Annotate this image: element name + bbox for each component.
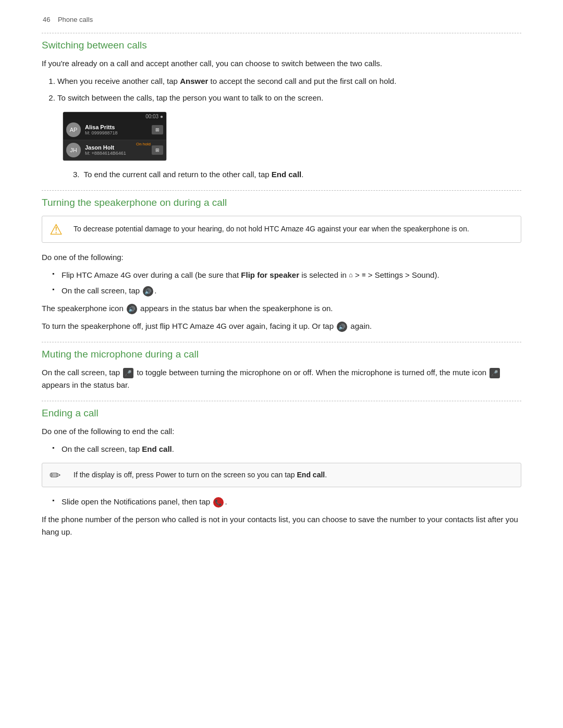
- flip-speaker-bold: Flip for speaker: [241, 270, 299, 279]
- ending-bullets-2: Slide open the Notifications panel, then…: [52, 496, 521, 508]
- speakerphone-bullets: Flip HTC Amaze 4G over during a call (be…: [52, 269, 521, 297]
- step-1-bold: Answer: [180, 77, 208, 85]
- warning-box: ⚠ To decrease potential damage to your h…: [42, 216, 521, 243]
- caller1-action-icon: ⊞: [155, 127, 160, 132]
- phone-screen-inner: 00:03 ● AP Alisa Pritts M: 0999988718 ⊞ …: [63, 112, 166, 161]
- step-3-list: 3.To end the current call and return to …: [57, 168, 521, 181]
- end-call-bold-note: End call: [297, 471, 325, 479]
- note-text: If the display is off, press Power to tu…: [74, 470, 512, 481]
- end-call-icon: 📞: [213, 497, 224, 508]
- section-title-switching: Switching between calls: [42, 38, 521, 51]
- section-title-muting: Muting the microphone during a call: [42, 347, 521, 360]
- caller1-number: M: 0999988718: [85, 130, 150, 135]
- step-1: When you receive another call, tap Answe…: [57, 75, 521, 88]
- end-call-bold-1: End call: [142, 445, 172, 453]
- section-title-speakerphone: Turning the speakerphone on during a cal…: [42, 195, 521, 208]
- caller2-action: ⊞: [152, 145, 163, 155]
- speakerphone-off-icon: 🔊: [337, 322, 347, 332]
- section-divider-2: [42, 190, 521, 191]
- home-icon: ⌂: [349, 270, 353, 281]
- warning-icon: ⚠: [50, 220, 63, 238]
- menu-icon: ≡: [362, 270, 366, 281]
- section-divider-1: [42, 33, 521, 33]
- step-3-bold: End call: [272, 170, 302, 179]
- page-number: 46: [43, 16, 50, 23]
- caller1-action: ⊞: [152, 125, 163, 134]
- ending-bullets: On the call screen, tap End call.: [52, 443, 521, 455]
- speakerphone-followup2: To turn the speakerphone off, just flip …: [42, 320, 521, 332]
- phone-screen-mockup: 00:03 ● AP Alisa Pritts M: 0999988718 ⊞ …: [63, 112, 167, 161]
- caller1-name: Alisa Pritts: [85, 124, 150, 130]
- caller2-action-icon: ⊞: [155, 147, 160, 153]
- mute-icon: 🎤: [123, 368, 133, 378]
- ending-footer: If the phone number of the person who ca…: [42, 513, 521, 538]
- section-divider-4: [42, 401, 521, 401]
- switching-intro: If you're already on a call and accept a…: [42, 57, 521, 70]
- section-title-ending: Ending a call: [42, 405, 521, 419]
- call-timer: 00:03 ●: [63, 112, 166, 120]
- caller1-avatar: AP: [66, 122, 81, 137]
- muting-text: On the call screen, tap 🎤 to toggle betw…: [42, 366, 521, 391]
- ending-bullet-2: Slide open the Notifications panel, then…: [52, 496, 521, 508]
- caller2-number: M: +8884614B6461: [85, 151, 150, 156]
- ending-bullet-1: On the call screen, tap End call.: [52, 443, 521, 455]
- step-2: To switch between the calls, tap the per…: [57, 92, 521, 104]
- note-box: ✏ If the display is off, press Power to …: [42, 463, 521, 488]
- mute-status-icon: 🎤: [489, 368, 500, 378]
- speakerphone-followup1: The speakerphone icon 🔊 appears in the s…: [42, 302, 521, 315]
- switching-steps: When you receive another call, tap Answe…: [57, 75, 521, 104]
- note-icon: ✏: [50, 467, 61, 483]
- caller1-info: Alisa Pritts M: 0999988718: [85, 124, 150, 135]
- speakerphone-bullet-1: Flip HTC Amaze 4G over during a call (be…: [52, 269, 521, 281]
- call-row-1: AP Alisa Pritts M: 0999988718 ⊞: [63, 120, 166, 140]
- ending-intro: Do one of the following to end the call:: [42, 425, 521, 438]
- speakerphone-intro: Do one of the following:: [42, 251, 521, 264]
- speakerphone-bullet-2: On the call screen, tap 🔊.: [52, 285, 521, 297]
- call-row-2: On hold JH Jason Holt M: +8884614B6461 ⊞: [63, 140, 166, 161]
- page-header: 46 Phone calls: [42, 16, 521, 23]
- step-3: 3.To end the current call and return to …: [73, 168, 521, 181]
- chapter-title: Phone calls: [58, 16, 93, 23]
- speakerphone-status-icon: 🔊: [127, 304, 137, 314]
- section-divider-3: [42, 342, 521, 342]
- caller2-avatar: JH: [66, 143, 81, 157]
- speaker-icon: 🔊: [143, 286, 153, 297]
- warning-text: To decrease potential damage to your hea…: [74, 224, 512, 235]
- on-hold-label: On hold: [136, 142, 151, 146]
